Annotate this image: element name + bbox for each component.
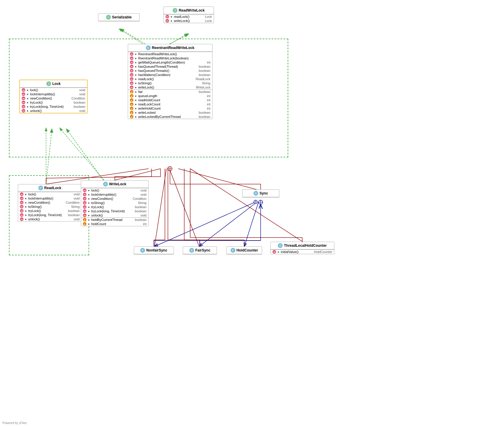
svg-line-10 — [199, 202, 257, 246]
kind-icon: ■ — [277, 250, 280, 253]
readwritelock-header: I ReadWriteLock — [164, 7, 214, 14]
writelock-name: WriteLock — [109, 182, 126, 186]
vis-icon: m — [22, 109, 25, 113]
kind-icon: ■ — [134, 61, 137, 64]
svg-line-8 — [169, 169, 199, 246]
table-row: p ■ queueLength int — [128, 94, 212, 98]
kind-icon: ■ — [87, 189, 90, 192]
kind-icon: ■ — [134, 73, 137, 76]
vis-icon: m — [166, 19, 169, 23]
serializable-header: I Serializable — [98, 14, 139, 21]
rwl-name: ReadWriteLock — [179, 8, 204, 12]
vis-icon: p — [130, 111, 133, 114]
kind-icon: ■ — [134, 65, 137, 68]
fairsync-name: FairSync — [195, 248, 210, 252]
vis-icon: m — [83, 205, 86, 209]
table-row: m ■ writeLock() WriteLock — [128, 85, 212, 89]
lock-methods: m ■ lock() void m ■ lockInterruptibly() … — [20, 88, 87, 113]
vis-icon: p — [130, 115, 133, 118]
kind-icon: ■ — [134, 111, 137, 114]
table-row: m ■ tryLock() boolean — [20, 100, 87, 105]
rwl-icon: I — [173, 8, 177, 13]
vis-icon: m — [273, 250, 276, 254]
svg-line-9 — [155, 202, 256, 246]
table-row: m ■ lockInterruptibly() void — [20, 92, 87, 96]
vis-icon: m — [20, 213, 23, 217]
kind-icon: ■ — [87, 193, 90, 196]
holdcounter-header: C HoldCounter — [227, 247, 262, 254]
svg-line-7 — [155, 169, 166, 246]
table-row: m ■ ReentrantReadWriteLock() — [128, 52, 212, 56]
rwl-methods: m ■ readLock() Lock m ■ writeLock() Lock — [164, 14, 214, 23]
table-row: m ■ initialValue() HoldCounter — [271, 250, 334, 254]
vis-icon: m — [22, 88, 25, 92]
rrwl-methods: m ■ ReentrantReadWriteLock() m ■ Reentra… — [128, 52, 212, 89]
vis-icon: p — [130, 102, 133, 106]
table-row: m ■ readLock() ReadLock — [128, 77, 212, 81]
nonfairsync-icon: C — [140, 248, 145, 253]
table-row: m ■ tryLock() boolean — [81, 205, 148, 209]
vis-icon: m — [83, 213, 86, 217]
kind-icon: ■ — [24, 197, 27, 200]
kind-icon: ■ — [24, 201, 27, 204]
rrwl-name: ReentrantReadWriteLock — [152, 46, 194, 50]
vis-icon: m — [130, 69, 133, 72]
kind-icon: ■ — [134, 103, 137, 106]
box-writelock: C WriteLock m ■ lock() void m ■ lockInte… — [81, 180, 149, 226]
table-row: m ■ tryLock(long, TimeUnit) boolean — [20, 105, 87, 109]
table-row: p ■ readHoldCount int — [128, 98, 212, 102]
vis-icon: m — [130, 61, 133, 64]
kind-icon: ■ — [26, 93, 29, 96]
kind-icon: ■ — [134, 78, 137, 80]
vis-icon: p — [130, 98, 133, 102]
svg-line-6 — [178, 169, 259, 190]
vis-icon: m — [130, 77, 133, 81]
nonfairsync-header: C NonfairSync — [134, 247, 174, 254]
vis-icon: p — [130, 90, 133, 94]
table-row: m ■ lockInterruptibly() void — [18, 196, 81, 200]
fairsync-header: C FairSync — [183, 247, 217, 254]
sync-icon: C — [253, 191, 258, 196]
vis-icon: m — [22, 101, 25, 104]
writelock-methods: m ■ lock() void m ■ lockInterruptibly() … — [81, 188, 148, 217]
holdcounter-name: HoldCounter — [237, 248, 258, 252]
vis-icon: m — [20, 209, 23, 213]
kind-icon: ■ — [26, 105, 29, 108]
box-lock: I Lock m ■ lock() void m ■ lockInterrupt… — [19, 80, 88, 113]
readlock-icon: C — [38, 186, 43, 190]
writelock-header: C WriteLock — [81, 181, 148, 188]
vis-icon: m — [22, 92, 25, 96]
lock-name: Lock — [52, 82, 61, 86]
vis-icon: m — [20, 205, 23, 208]
vis-icon: m — [22, 105, 25, 108]
table-row: m ■ newCondition() Condition — [18, 200, 81, 205]
rrwl-icon: C — [146, 45, 151, 50]
box-serializable: I Serializable — [98, 13, 140, 21]
vis-icon: m — [20, 201, 23, 204]
vis-icon: m — [83, 197, 86, 200]
vis-icon: m — [20, 217, 23, 221]
table-row: p ■ readLockCount int — [128, 102, 212, 106]
svg-point-16 — [254, 200, 257, 204]
kind-icon: ■ — [134, 99, 137, 102]
box-rrwl: C ReentrantReadWriteLock m ■ ReentrantRe… — [128, 44, 212, 119]
kind-icon: ■ — [26, 97, 29, 100]
svg-line-5 — [114, 169, 160, 180]
kind-icon: ■ — [134, 115, 137, 118]
sync-name: Sync — [259, 191, 268, 195]
serializable-icon: I — [106, 15, 111, 20]
vis-icon: m — [166, 15, 169, 18]
box-readwritelock: I ReadWriteLock m ■ readLock() Lock m ■ … — [163, 7, 214, 23]
table-row: m ■ lock() void — [81, 188, 148, 192]
kind-icon: ■ — [87, 218, 90, 221]
kind-icon: ■ — [26, 109, 29, 112]
kind-icon: ■ — [134, 57, 137, 60]
vis-icon: m — [83, 201, 86, 205]
kind-icon: ■ — [87, 201, 90, 204]
kind-icon: ■ — [26, 88, 29, 91]
svg-line-3 — [59, 128, 104, 180]
tlhc-methods: m ■ initialValue() HoldCounter — [271, 249, 334, 254]
rrwl-fields: p ■ fair boolean p ■ queueLength int p ■… — [128, 89, 212, 119]
rrwl-header: C ReentrantReadWriteLock — [128, 44, 212, 52]
footer-text: Powered by yFiles — [2, 421, 27, 425]
